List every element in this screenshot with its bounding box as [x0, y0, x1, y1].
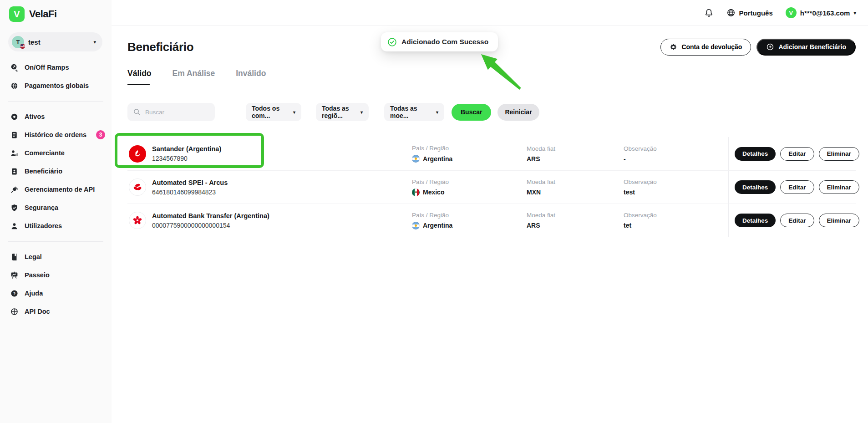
toast-message: Adicionado Com Sucesso	[401, 38, 488, 46]
sidebar-item-on-off-ramps[interactable]: On/Off Ramps	[0, 58, 112, 76]
currency-label: Moeda fiat	[527, 212, 624, 219]
country-label: País / Região	[412, 212, 527, 219]
account-switcher[interactable]: T test ▾	[8, 32, 102, 51]
sidebar-divider	[8, 101, 103, 102]
sidebar-item-legal[interactable]: Legal	[0, 248, 112, 266]
return-account-button[interactable]: Conta de devolução	[660, 39, 751, 56]
add-beneficiary-button[interactable]: Adicionar Beneficiário	[756, 39, 856, 56]
country-value: Argentina	[423, 222, 452, 229]
filter-bar: Todos os com... ▾ Todas as regiõ... ▾ To…	[127, 103, 539, 121]
merchant-filter-dropdown[interactable]: Todos os com... ▾	[246, 103, 301, 121]
account-name: test	[28, 38, 89, 46]
search-input[interactable]	[145, 109, 209, 116]
santander-logo	[129, 145, 146, 163]
topbar: Português V h***0@163.com ▾	[112, 0, 868, 26]
sidebar-item-global-payments[interactable]: Pagamentos globais	[0, 76, 112, 95]
chevron-down-icon: ▾	[360, 110, 363, 115]
globe-icon	[10, 82, 19, 90]
brand-logo: V VelaFi	[0, 0, 112, 22]
chevron-down-icon: ▾	[853, 10, 856, 16]
bank-name: Automated Bank Transfer (Argentina)	[152, 212, 269, 219]
sidebar-item-label: Legal	[25, 253, 42, 260]
note-label: Observação	[624, 178, 728, 185]
sidebar-item-merchant[interactable]: Comerciante	[0, 144, 112, 162]
table-row: Santander (Argentina) 1234567890 País / …	[127, 137, 856, 170]
bank-name: Automated SPEI - Arcus	[152, 179, 228, 186]
notification-bell-icon[interactable]	[704, 8, 714, 18]
argentina-flag-icon	[412, 155, 420, 163]
sidebar-item-api-doc[interactable]: API Doc	[0, 302, 112, 321]
assets-icon	[10, 112, 19, 121]
country-label: País / Região	[412, 178, 527, 185]
details-button[interactable]: Detalhes	[735, 147, 776, 161]
account-number: 0000775900000000000154	[152, 222, 269, 229]
sidebar-item-api-management[interactable]: Gerenciamento de API	[0, 180, 112, 199]
sidebar-item-beneficiary[interactable]: Beneficiário	[0, 162, 112, 180]
edit-button[interactable]: Editar	[780, 214, 814, 227]
plus-circle-icon	[766, 43, 774, 51]
sidebar-item-order-history[interactable]: Histórico de ordens 3	[0, 126, 112, 144]
sidebar-nav: On/Off Ramps Pagamentos globais Ativos H…	[0, 58, 112, 321]
chevron-down-icon: ▾	[93, 39, 96, 45]
currency-label: Moeda fiat	[527, 145, 624, 152]
arcus-bank-logo	[129, 178, 146, 196]
sidebar-item-help[interactable]: ? Ajuda	[0, 284, 112, 302]
edit-button[interactable]: Editar	[780, 180, 814, 194]
delete-button[interactable]: Eliminar	[819, 214, 859, 227]
language-selector[interactable]: Português	[726, 8, 773, 17]
tab-em-analise[interactable]: Em Análise	[173, 69, 215, 85]
success-toast: Adicionado Com Sucesso	[381, 32, 498, 51]
sidebar-item-label: Ajuda	[25, 290, 43, 297]
reset-button[interactable]: Reiniciar	[497, 104, 539, 121]
sidebar-item-label: On/Off Ramps	[25, 64, 69, 71]
sidebar-item-label: Beneficiário	[25, 168, 62, 175]
sidebar-item-label: API Doc	[25, 308, 50, 315]
user-email: h***0@163.com	[800, 9, 850, 17]
currency-value: ARS	[527, 155, 624, 163]
details-button[interactable]: Detalhes	[735, 180, 776, 194]
svg-text:?: ?	[13, 290, 16, 296]
api-plug-icon	[10, 185, 19, 194]
search-box[interactable]	[127, 103, 215, 121]
table-row: Automated Bank Transfer (Argentina) 0000…	[127, 204, 856, 237]
edit-button[interactable]: Editar	[780, 147, 814, 161]
check-circle-icon	[387, 37, 397, 47]
language-globe-icon	[726, 8, 736, 17]
country-value: Argentina	[423, 155, 452, 163]
sidebar-item-label: Pagamentos globais	[25, 82, 89, 89]
sidebar-item-users[interactable]: Utilizadores	[0, 217, 112, 235]
velafi-logo-icon: V	[9, 6, 25, 22]
delete-button[interactable]: Eliminar	[819, 180, 859, 194]
page-title: Beneficiário	[127, 40, 193, 54]
sidebar-item-label: Utilizadores	[25, 222, 62, 229]
beneficiary-table: Santander (Argentina) 1234567890 País / …	[127, 137, 856, 237]
region-filter-dropdown[interactable]: Todas as regiõ... ▾	[316, 103, 369, 121]
sidebar-item-tour[interactable]: Passeio	[0, 266, 112, 284]
currency-filter-dropdown[interactable]: Todas as moe... ▾	[384, 103, 444, 121]
details-button[interactable]: Detalhes	[735, 214, 776, 227]
delete-button[interactable]: Eliminar	[819, 147, 859, 161]
legal-book-icon	[10, 253, 19, 261]
sidebar-item-assets[interactable]: Ativos	[0, 107, 112, 126]
merchant-icon	[10, 149, 19, 158]
account-number: 1234567890	[152, 155, 221, 162]
tab-valido[interactable]: Válido	[127, 69, 152, 85]
us-flag-icon	[20, 44, 25, 49]
beneficiary-icon	[10, 167, 19, 176]
account-number: 646180146099984823	[152, 189, 228, 196]
search-button[interactable]: Buscar	[452, 104, 491, 121]
note-label: Observação	[624, 212, 728, 219]
user-avatar: V	[786, 7, 797, 18]
country-label: País / Região	[412, 145, 527, 152]
note-value: test	[624, 189, 728, 196]
user-menu[interactable]: V h***0@163.com ▾	[786, 7, 856, 18]
search-icon	[133, 108, 141, 116]
beneficiary-page: Beneficiário Conta de devolução Adiciona…	[112, 26, 868, 423]
sidebar-item-security[interactable]: Segurança	[0, 199, 112, 217]
user-icon	[10, 222, 19, 230]
ramps-icon	[10, 63, 19, 72]
tab-invalido[interactable]: Inválido	[236, 69, 266, 85]
region-filter-label: Todas as regiõ...	[322, 105, 357, 119]
note-label: Observação	[624, 145, 728, 152]
currency-filter-label: Todas as moe...	[390, 105, 432, 119]
